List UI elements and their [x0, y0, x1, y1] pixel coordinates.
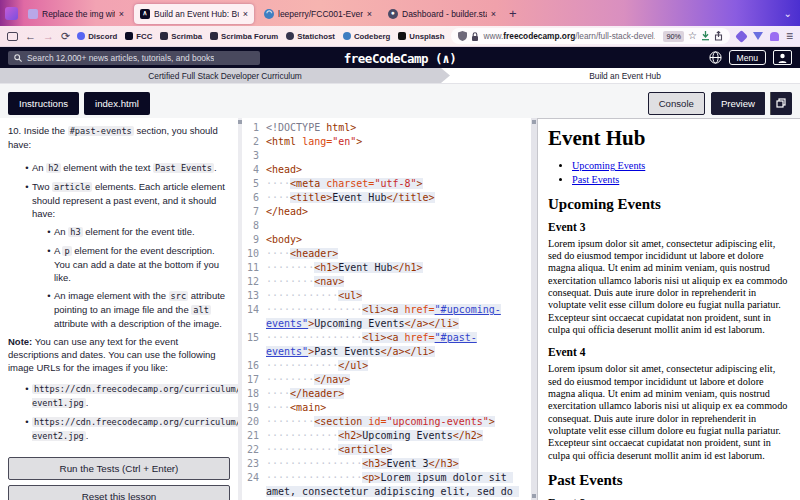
back-button[interactable]: ← — [25, 31, 36, 42]
extension-vimium-icon[interactable] — [753, 32, 763, 40]
code-line[interactable]: 13············<ul> — [242, 289, 531, 303]
preview-section-heading: Upcoming Events — [548, 196, 790, 213]
code-line[interactable]: 1<!DOCTYPE html> — [242, 121, 531, 135]
browser-tab[interactable]: Replace the img with a div× — [22, 4, 130, 24]
detach-preview-button[interactable] — [770, 92, 792, 115]
preview-nav-link[interactable]: Upcoming Events — [572, 160, 645, 171]
site-search-input[interactable]: Search 12,000+ news articles, tutorials,… — [8, 51, 260, 65]
code-line[interactable]: 19····<main> — [242, 401, 531, 415]
preview-event-description: Lorem ipsum dolor sit amet, consectetur … — [548, 363, 790, 462]
instruction-list-item: •https://cdn.freecodecamp.org/curriculum… — [22, 415, 230, 443]
tab-close-icon[interactable]: × — [243, 9, 248, 19]
code-line[interactable]: 7</head> — [242, 205, 531, 219]
browser-window: Replace the img with a div×∧Build an Eve… — [0, 0, 800, 500]
code-line[interactable]: 12········<nav> — [242, 275, 531, 289]
preview-nav-list: Upcoming EventsPast Events — [572, 160, 790, 187]
line-number: 1 — [242, 121, 266, 135]
bookmark-favicon — [160, 32, 168, 40]
extension-ublock-icon[interactable] — [735, 30, 748, 43]
menu-hamburger-icon[interactable]: ≡ — [786, 30, 793, 42]
address-bar[interactable]: www.freecodecamp.org/learn/full-stack-de… — [451, 28, 730, 44]
extension-ghost-icon[interactable] — [770, 32, 779, 41]
code-editor[interactable]: 1<!DOCTYPE html>2<html lang="en">3 4<hea… — [242, 118, 531, 500]
browser-tab-bar: Replace the img with a div×∧Build an Eve… — [0, 0, 800, 26]
code-line[interactable]: 2<html lang="en"> — [242, 135, 531, 149]
inline-code: Past Events — [153, 163, 214, 173]
bookmark-discord[interactable]: Discord — [77, 32, 117, 41]
tab-close-icon[interactable]: × — [367, 9, 372, 19]
code-line[interactable]: 10····<header> — [242, 247, 531, 261]
inline-code: #past-events — [68, 126, 134, 136]
zoom-level-badge[interactable]: 90% — [663, 31, 684, 42]
code-line[interactable]: 17········</nav> — [242, 373, 531, 387]
language-globe-icon[interactable] — [709, 51, 722, 64]
code-line[interactable]: 18····</header> — [242, 387, 531, 401]
reload-button[interactable]: ⟳ — [61, 31, 70, 42]
code-line[interactable]: 11········<h1>Event Hub</h1> — [242, 261, 531, 275]
run-tests-button[interactable]: Run the Tests (Ctrl + Enter) — [8, 457, 230, 480]
instruction-list-item: •An h2 element with the text Past Events… — [22, 161, 230, 175]
reset-lesson-button[interactable]: Reset this lesson — [8, 485, 230, 500]
code-line[interactable]: 23················<h3>Event 3</h3> — [242, 457, 531, 471]
inline-code: p — [62, 246, 71, 256]
bookmark-scrimba-forum[interactable]: Scrimba Forum — [210, 32, 278, 41]
code-line[interactable]: 14················<li><a href="#upcoming… — [242, 303, 531, 331]
fcc-logo[interactable]: freeCodeCamp (∧) — [344, 50, 456, 65]
preview-nav-item: Past Events — [572, 174, 790, 187]
code-line[interactable]: 22············<article> — [242, 443, 531, 457]
code-line[interactable]: 4<head> — [242, 163, 531, 177]
forward-button[interactable]: → — [43, 31, 54, 42]
tab-instructions[interactable]: Instructions — [8, 92, 79, 115]
preview-event-description: Lorem ipsum dolor sit amet, consectetur … — [548, 238, 790, 337]
bookmark-fcc[interactable]: FCC — [125, 32, 152, 41]
code-line[interactable]: 21············<h2>Upcoming Events</h2> — [242, 429, 531, 443]
avatar[interactable] — [773, 50, 792, 65]
line-number: 20 — [242, 415, 266, 429]
bookmark-codeberg[interactable]: Codeberg — [343, 32, 390, 41]
code-line[interactable]: 3 — [242, 149, 531, 163]
lab-toolbar: Instructions index.html Console Preview — [0, 90, 800, 116]
code-line[interactable]: 15················<li><a href="#past-eve… — [242, 331, 531, 359]
console-button[interactable]: Console — [648, 92, 705, 115]
inline-code: h2 — [46, 163, 60, 173]
bookmark-star-icon[interactable]: ☆ — [688, 31, 697, 41]
code-line[interactable]: 8 — [242, 219, 531, 233]
browser-tab[interactable]: ●Dashboard - builder.statichost.c× — [382, 4, 502, 24]
inline-code: https://cdn.freecodecamp.org/curriculum/… — [32, 384, 238, 408]
firefox-view-icon[interactable] — [5, 7, 18, 20]
code-line[interactable]: 24················<p>Lorem ipsum dolor s… — [242, 471, 531, 500]
tab-title: leeperry/FCC001-Event-Hub - C — [278, 9, 363, 19]
menu-button[interactable]: Menu — [729, 50, 767, 65]
sidebar-toggle-icon[interactable] — [7, 32, 18, 41]
tab-close-icon[interactable]: × — [119, 9, 124, 19]
fcc-site-header: Search 12,000+ news articles, tutorials,… — [0, 47, 800, 68]
breadcrumb-lab-title[interactable]: Build an Event Hub — [450, 68, 800, 83]
bookmark-scrimba[interactable]: Scrimba — [160, 32, 202, 41]
download-icon[interactable] — [701, 31, 710, 41]
browser-tab[interactable]: ◠leeperry/FCC001-Event-Hub - C× — [258, 4, 378, 24]
tab-index-html[interactable]: index.html — [84, 92, 150, 115]
instruction-paragraph: 10. Inside the #past-events section, you… — [8, 124, 230, 151]
tab-close-icon[interactable]: × — [491, 9, 496, 19]
share-icon[interactable] — [714, 31, 723, 41]
tab-title: Replace the img with a div — [42, 9, 115, 19]
browser-tab[interactable]: ∧Build an Event Hub: Build an Eve× — [134, 4, 254, 24]
code-line[interactable]: 9<body> — [242, 233, 531, 247]
bookmark-unsplash[interactable]: Unsplash — [398, 32, 444, 41]
code-line[interactable]: 5····<meta charset="utf-8"> — [242, 177, 531, 191]
tab-strip: Replace the img with a div×∧Build an Eve… — [22, 3, 502, 24]
bookmark-statichost[interactable]: Statichost — [286, 32, 335, 41]
preview-button[interactable]: Preview — [711, 92, 765, 115]
line-number: 13 — [242, 289, 266, 303]
new-tab-button[interactable]: + — [509, 6, 517, 21]
preview-nav-link[interactable]: Past Events — [572, 174, 619, 185]
instruction-list-item: •An h3 element for the event title. — [44, 225, 230, 239]
line-number: 16 — [242, 359, 266, 373]
instruction-list-item: •A p element for the event description. … — [44, 244, 230, 284]
code-line[interactable]: 20········<section id="upcoming-events"> — [242, 415, 531, 429]
tab-list-chevron-icon[interactable]: ⌄ — [784, 8, 792, 19]
code-line[interactable]: 6····<title>Event Hub</title> — [242, 191, 531, 205]
breadcrumb-curriculum[interactable]: Certified Full Stack Developer Curriculu… — [0, 68, 450, 83]
line-number: 19 — [242, 401, 266, 415]
code-line[interactable]: 16············</ul> — [242, 359, 531, 373]
